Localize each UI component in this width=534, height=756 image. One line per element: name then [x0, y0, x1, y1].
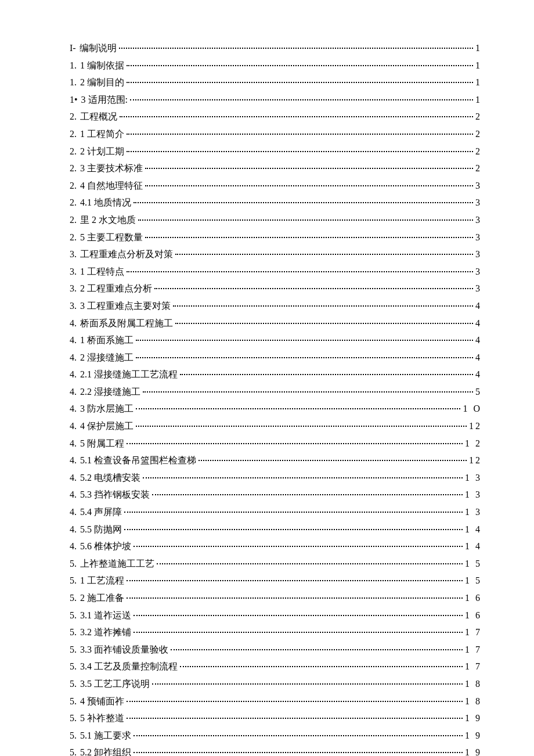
toc-label: 2 施工准备 [80, 591, 124, 606]
toc-prefix: 4. [70, 470, 80, 485]
toc-leader-dots [124, 512, 463, 513]
toc-leader-dots [127, 65, 473, 66]
toc-entry: 5.5.2 卸祚组织1 9 [70, 745, 482, 756]
toc-label: 1 工程简介 [80, 127, 124, 142]
toc-label: 5.2 卸祚组织 [80, 745, 131, 756]
toc-entry: 4.2.2 湿接缝施工5 [70, 384, 482, 399]
toc-entry: 5.3.2 道祚摊铺1 7 [70, 625, 482, 640]
toc-label: 5 附属工程 [80, 436, 124, 451]
toc-prefix: 3. [70, 247, 80, 262]
toc-label: 1 编制依据 [80, 58, 124, 73]
toc-entry: 4.桥面系及附属工程施工4 [70, 316, 482, 331]
toc-page-number: 1 8 [465, 676, 482, 692]
toc-prefix: 5. [70, 728, 80, 743]
toc-page-number: 4 [475, 350, 482, 365]
toc-leader-dots [138, 219, 473, 221]
toc-entry: 1.2 编制目的1 [70, 75, 482, 90]
toc-page-number: 12 [469, 453, 482, 468]
toc-prefix: 4. [70, 522, 80, 537]
toc-entry: 4.5.6 椎体护坡1 4 [70, 539, 482, 554]
toc-page-number: 1 4 [465, 539, 482, 554]
toc-label: 1 桥面系施工 [80, 333, 134, 348]
toc-prefix: 5. [70, 676, 80, 692]
toc-label: 2 湿接缝施工 [80, 350, 134, 365]
toc-leader-dots [127, 597, 463, 599]
toc-prefix: 2. [70, 213, 80, 228]
toc-prefix: 4. [70, 505, 80, 520]
toc-page-number: 2 [475, 161, 482, 176]
toc-leader-dots [124, 529, 463, 530]
toc-label: 工程重难点分析及对策 [80, 247, 173, 262]
toc-prefix: 4. [70, 316, 80, 331]
toc-leader-dots [154, 288, 473, 289]
toc-leader-dots [127, 443, 463, 444]
toc-entry: 5.3.4 工艺及质量控制流程1 7 [70, 659, 482, 674]
toc-page-number: 1 3 [465, 487, 482, 502]
toc-leader-dots [180, 666, 463, 667]
toc-entry: 5.3.1 道祚运送1 6 [70, 608, 482, 623]
toc-prefix: 4. [70, 419, 80, 434]
toc-page-number: 4 [475, 333, 482, 348]
toc-leader-dots [145, 185, 473, 186]
toc-page-number: 1 7 [465, 659, 482, 674]
toc-label: 5.2 电缆槽安装 [80, 470, 140, 485]
toc-entry: 2.4 自然地理特征3 [70, 178, 482, 193]
toc-leader-dots [145, 168, 473, 169]
toc-label: 5 补祚整道 [80, 711, 124, 726]
toc-entry: 5.4 预铺面祚1 8 [70, 694, 482, 709]
toc-page-number: 1 [475, 75, 482, 90]
toc-page-number: 1 6 [465, 591, 482, 606]
toc-entry: 5.上祚整道施工工艺1 5 [70, 556, 482, 571]
toc-page-number: 2 [475, 144, 482, 159]
toc-entry: 4.5.3 挡祚钢板安装1 3 [70, 487, 482, 502]
toc-page-number: 1 5 [465, 556, 482, 571]
toc-page-number: 1 5 [465, 573, 482, 588]
toc-prefix: 4. [70, 333, 80, 348]
toc-leader-dots [127, 718, 463, 719]
toc-prefix: 3. [70, 281, 80, 296]
toc-entry: 4.1 桥面系施工4 [70, 333, 482, 348]
toc-leader-dots [136, 340, 473, 341]
toc-leader-dots [127, 271, 473, 272]
toc-entry: 2.里 2 水文地质3 [70, 213, 482, 228]
toc-leader-dots [152, 683, 463, 685]
toc-leader-dots [143, 477, 463, 478]
toc-prefix: 5. [70, 573, 80, 588]
toc-page-number: 1 7 [465, 642, 482, 657]
toc-leader-dots [134, 735, 463, 736]
toc-entry: 3.2 工程重难点分析3 [70, 281, 482, 296]
toc-entry: 4.5.2 电缆槽安装1 3 [70, 470, 482, 485]
toc-entry: 1•3 适用范围:1 [70, 92, 482, 107]
toc-label: 1 工程特点 [80, 264, 124, 279]
toc-label: 5.6 椎体护坡 [80, 539, 131, 554]
toc-entry: 5.2 施工准备1 6 [70, 591, 482, 606]
toc-entry: 5.5 补祚整道1 9 [70, 711, 482, 726]
toc-prefix: I- [70, 41, 80, 56]
toc-leader-dots [134, 632, 463, 633]
toc-prefix: 5. [70, 608, 80, 623]
toc-prefix: 2. [70, 230, 80, 245]
toc-label: 5.1 检查设备吊篮围栏检查梯 [80, 453, 196, 468]
toc-entry: 2.1 工程简介2 [70, 127, 482, 142]
toc-label: 5.5 防抛网 [80, 522, 122, 537]
toc-prefix: 5. [70, 659, 80, 674]
toc-entry: 1.1 编制依据1 [70, 58, 482, 73]
toc-prefix: 4. [70, 350, 80, 365]
toc-entry: 4.5.1 检查设备吊篮围栏检查梯12 [70, 453, 482, 468]
toc-page-number: 4 [475, 298, 482, 314]
toc-prefix: 5. [70, 642, 80, 657]
toc-entry: 5.1 工艺流程1 5 [70, 573, 482, 588]
toc-entry: 5.5.1 施工要求1 9 [70, 728, 482, 743]
toc-prefix: 4. [70, 367, 80, 382]
toc-label: 3 主要技术标准 [80, 161, 143, 176]
toc-entry: 4.3 防水层施工1 O [70, 401, 482, 416]
toc-entry: 4.2 湿接缝施工4 [70, 350, 482, 365]
toc-leader-dots [127, 580, 463, 581]
toc-page-number: 4 [475, 316, 482, 331]
toc-entry: 4.5.5 防抛网1 4 [70, 522, 482, 537]
toc-leader-dots [134, 752, 463, 753]
toc-prefix: 1. [70, 58, 80, 73]
toc-label: 5 主要工程数量 [80, 230, 143, 245]
toc-label: 1 工艺流程 [80, 573, 124, 588]
toc-page-number: 1 O [463, 401, 482, 416]
